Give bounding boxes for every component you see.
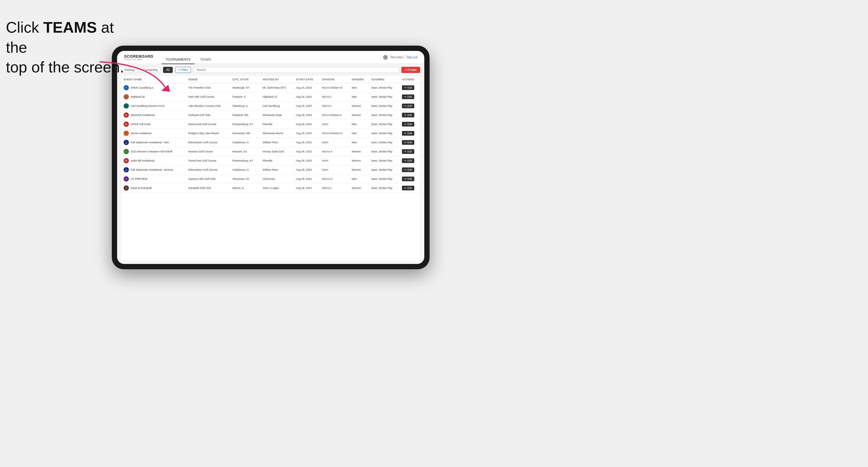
division-cell: NCAA Division III	[320, 83, 349, 92]
event-name: UPIKE Fall Invite	[131, 123, 151, 126]
edit-button[interactable]: ✏ Edit	[402, 140, 414, 145]
actions-cell: ✏ Edit	[400, 120, 420, 129]
content-area: Hosting Competing All ≡ Filter + Create …	[117, 64, 424, 264]
event-name: Highland 36	[131, 95, 145, 98]
scoring-cell: team, Stroke Play	[369, 138, 400, 147]
start-date-cell: Aug 28, 2023	[293, 184, 320, 193]
event-name-cell: 🏌MSMC Qualifying 1	[121, 83, 186, 92]
gender-cell: Men	[349, 129, 369, 138]
nav-bar: SCOREBOARD Powered by clippit TOURNAMENT…	[117, 51, 424, 64]
tablet-frame: SCOREBOARD Powered by clippit TOURNAMENT…	[112, 45, 430, 269]
col-city--state: CITY, STATE	[230, 76, 260, 83]
hosted-by-cell: Mt. Saint Mary (NY)	[260, 83, 293, 92]
event-name-cell: 👤Highland 36	[121, 92, 186, 101]
event-icon: 🌿	[124, 149, 129, 154]
venue-cell: Edmundson Golf Course	[186, 165, 230, 175]
table-row: ⚓Fall Statesmen Invitational - MenEdmund…	[121, 138, 420, 147]
scoring-cell: team, Stroke Play	[369, 129, 400, 138]
edit-button[interactable]: ✏ Edit	[402, 85, 414, 90]
city-state-cell: Marion, IL	[230, 184, 260, 193]
division-cell: NAIA	[320, 165, 349, 175]
event-icon: 🦅	[124, 131, 129, 136]
edit-button[interactable]: ✏ Edit	[402, 131, 414, 136]
filter-button[interactable]: ≡ Filter	[175, 67, 191, 73]
city-state-cell: Hesston, KS	[230, 147, 260, 156]
create-button[interactable]: + Create	[401, 67, 420, 73]
venue-cell: Ruttger's Bay Lake Resort	[186, 129, 230, 138]
actions-cell: ✏ Edit	[400, 184, 420, 193]
edit-button[interactable]: ✏ Edit	[402, 122, 414, 127]
edit-button[interactable]: ✏ Edit	[402, 177, 414, 181]
venue-cell: Kokopelli Golf Club	[186, 184, 230, 193]
hosted-by-cell: Pikeville	[260, 156, 293, 165]
city-state-cell: Newburgh, NY	[230, 83, 260, 92]
gender-cell: Women	[349, 111, 369, 120]
event-icon: 🐎	[124, 113, 129, 118]
event-name: VU PREVIEW	[131, 178, 147, 180]
gender-cell: Women	[349, 147, 369, 156]
table-row: 👤Highland 36Park Hills Golf CourseFreepo…	[121, 92, 420, 101]
event-icon: 🏌	[124, 85, 129, 90]
signout-link[interactable]: Sign out	[406, 56, 417, 59]
start-date-cell: Aug 24, 2023	[293, 83, 320, 92]
division-cell: NICAA I	[320, 184, 349, 193]
col-actions: ACTIONS	[400, 76, 420, 83]
all-button[interactable]: All	[163, 67, 173, 73]
edit-button[interactable]: ✏ Edit	[402, 158, 414, 163]
division-cell: NICAA II	[320, 175, 349, 184]
tab-tournaments[interactable]: TOURNAMENTS	[161, 56, 195, 64]
col-gender: GENDER	[349, 76, 369, 83]
event-icon: 🎮	[124, 176, 129, 182]
scoring-cell: team, Stroke Play	[369, 165, 400, 175]
event-name-cell: ⚓Fall Statesmen Invitational - Men	[121, 138, 186, 147]
division-cell: NICAA I	[320, 101, 349, 111]
actions-cell: ✏ Edit	[400, 175, 420, 184]
scoring-cell: team, Stroke Play	[369, 156, 400, 165]
gender-cell: Men	[349, 92, 369, 101]
city-state-cell: Deerwood, MN	[230, 129, 260, 138]
scoring-cell: team, Stroke Play	[369, 184, 400, 193]
table-row: 🐎upike fall invitationalStoneCrest Golf …	[121, 156, 420, 165]
event-icon: ⚓	[124, 140, 129, 145]
event-name: Klash at Kokopelli	[131, 187, 152, 189]
event-name-cell: 🐎Maverick Invitational	[121, 111, 186, 120]
gender-cell: Women	[349, 165, 369, 175]
instruction-text: Click TEAMS at thetop of the screen.	[6, 18, 129, 77]
event-name-cell: 🦅Morris Invitational	[121, 129, 186, 138]
user-text: Test User |	[390, 56, 404, 59]
venue-cell: Cypress Hills Golf Club	[186, 175, 230, 184]
actions-cell: ✏ Edit	[400, 165, 420, 175]
city-state-cell: Galesburg, IL	[230, 101, 260, 111]
hosted-by-cell: Murray State (OK)	[260, 147, 293, 156]
edit-button[interactable]: ✏ Edit	[402, 167, 414, 172]
col-hosted-by: HOSTED BY	[260, 76, 293, 83]
actions-cell: ✏ Edit	[400, 92, 420, 101]
scoring-cell: team, Stroke Play	[369, 101, 400, 111]
edit-button[interactable]: ✏ Edit	[402, 149, 414, 154]
city-state-cell: Vincennes, IN	[230, 175, 260, 184]
nav-left: SCOREBOARD Powered by clippit TOURNAMENT…	[124, 51, 215, 64]
table-row: 🏌MSMC Qualifying 1The Powelton ClubNewbu…	[121, 83, 420, 92]
table-row: 🐎UPIKE Fall InviteStoneCrest Golf Course…	[121, 120, 420, 129]
hosted-by-cell: Carl Sandburg	[260, 101, 293, 111]
search-input[interactable]	[193, 67, 399, 73]
start-date-cell: Aug 28, 2023	[293, 111, 320, 120]
table-header-row: EVENT NAMEVENUECITY, STATEHOSTED BYSTART…	[121, 76, 420, 83]
edit-button[interactable]: ✏ Edit	[402, 186, 414, 190]
event-icon: 👤	[124, 94, 129, 99]
table-row: 🎮VU PREVIEWCypress Hills Golf ClubVincen…	[121, 175, 420, 184]
table-row: ⚜Carl Sandburg Women FA23Lake Bracken Co…	[121, 101, 420, 111]
competing-button[interactable]: Competing	[140, 67, 161, 73]
start-date-cell: Aug 25, 2023	[293, 92, 320, 101]
city-state-cell: Freeport, IL	[230, 92, 260, 101]
tab-teams[interactable]: TEAMS	[196, 56, 215, 64]
col-division: DIVISION	[320, 76, 349, 83]
gender-cell: Women	[349, 184, 369, 193]
settings-icon[interactable]	[383, 55, 388, 60]
event-name-cell: ⚓Fall Statesmen Invitational - Women	[121, 165, 186, 175]
city-state-cell: Oskaloosa, IA	[230, 165, 260, 175]
event-name: MSMC Qualifying 1	[131, 86, 154, 89]
edit-button[interactable]: ✏ Edit	[402, 94, 414, 99]
edit-button[interactable]: ✏ Edit	[402, 113, 414, 117]
edit-button[interactable]: ✏ Edit	[402, 103, 414, 108]
